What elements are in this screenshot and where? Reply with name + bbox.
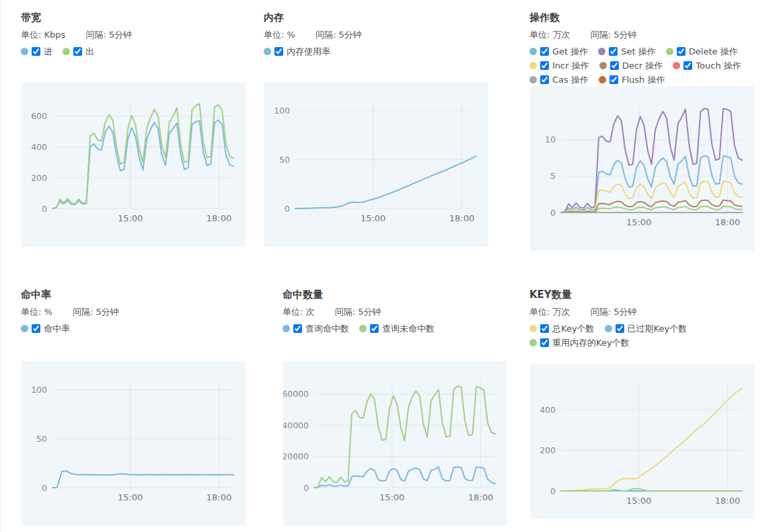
unit-value: Kbps — [44, 30, 66, 40]
unit-label: 单位: — [529, 307, 550, 317]
legend-item: 查询命中数 — [283, 323, 349, 334]
legend-checkbox[interactable] — [540, 47, 549, 56]
legend-item: 查询未命中数 — [359, 323, 435, 334]
svg-text:15:00: 15:00 — [361, 213, 385, 223]
interval-value: 5分钟 — [339, 30, 362, 40]
legend-checkbox[interactable] — [540, 75, 549, 84]
chart-panel: 15:0018:000200004000060000 — [283, 361, 507, 526]
chart-meta: 单位: 次 间隔: 5分钟 — [283, 306, 511, 318]
legend-item: 总Key个数 — [529, 323, 595, 334]
interval-value: 5分钟 — [358, 307, 381, 317]
line-chart[interactable]: 15:0018:00050100 — [264, 82, 488, 247]
unit-label: 单位: — [283, 307, 303, 317]
chart-title: 带宽 — [21, 11, 250, 24]
svg-text:0: 0 — [550, 208, 556, 218]
interval-label: 间隔: — [85, 30, 106, 40]
line-chart[interactable]: 15:0018:000200400600 — [22, 82, 246, 247]
svg-text:50: 50 — [36, 434, 47, 444]
chart-title: 命中数量 — [283, 288, 511, 301]
legend-checkbox[interactable] — [274, 47, 283, 56]
svg-text:18:00: 18:00 — [449, 213, 474, 223]
legend-checkbox[interactable] — [32, 47, 40, 56]
legend-color-dot — [21, 325, 28, 332]
line-chart[interactable]: 15:0018:000200400 — [530, 365, 754, 519]
unit-label: 单位: — [21, 307, 41, 317]
unit-label: 单位: — [264, 30, 284, 40]
interval-value: 5分钟 — [109, 30, 132, 40]
legend-checkbox[interactable] — [609, 75, 618, 84]
legend-checkbox[interactable] — [609, 47, 618, 56]
svg-text:600: 600 — [31, 111, 47, 121]
svg-text:18:00: 18:00 — [715, 496, 740, 506]
legend-item: Get 操作 — [529, 46, 588, 57]
monitor-dashboard: 带宽 单位: Kbps 间隔: 5分钟 进出 15:0018:000200400… — [0, 0, 777, 532]
legend-label: 总Key个数 — [552, 323, 595, 334]
legend-checkbox[interactable] — [540, 61, 549, 70]
legend-label: 内存使用率 — [287, 46, 330, 57]
chart-panel: 15:0018:00050100 — [264, 82, 488, 247]
chart-meta: 单位: % 间隔: 5分钟 — [21, 306, 250, 318]
unit-label: 单位: — [21, 30, 41, 40]
legend-label: 查询未命中数 — [382, 323, 435, 334]
interval-label: 间隔: — [591, 307, 611, 317]
legend-label: Set 操作 — [621, 46, 655, 57]
svg-text:200: 200 — [31, 173, 47, 183]
legend-item: 进 — [21, 46, 52, 57]
legend-checkbox[interactable] — [32, 324, 40, 333]
legend-label: 已过期Key个数 — [628, 323, 688, 334]
chart-meta: 单位: 万次 间隔: 5分钟 — [529, 306, 758, 318]
svg-text:50: 50 — [279, 155, 290, 165]
svg-text:15:00: 15:00 — [118, 492, 143, 502]
svg-text:15:00: 15:00 — [626, 217, 651, 227]
memory-card: 内存 单位: % 间隔: 5分钟 内存使用率 15:0018:00050100 — [264, 11, 492, 57]
legend-item: Set 操作 — [598, 46, 655, 57]
svg-text:60000: 60000 — [283, 389, 309, 399]
legend-checkbox[interactable] — [610, 61, 619, 70]
line-chart[interactable]: 15:0018:000510 — [530, 86, 754, 251]
svg-text:0: 0 — [42, 204, 47, 214]
legend-checkbox[interactable] — [540, 338, 549, 347]
chart-title: 操作数 — [529, 11, 758, 24]
legend-color-dot — [283, 325, 290, 332]
legend-checkbox[interactable] — [677, 47, 686, 56]
svg-text:400: 400 — [31, 142, 47, 152]
interval-value: 5分钟 — [614, 307, 636, 317]
legend-color-dot — [673, 62, 680, 69]
legend-checkbox[interactable] — [293, 324, 302, 333]
unit-value: 次 — [306, 307, 315, 317]
unit-value: 万次 — [553, 30, 570, 40]
legend-color-dot — [63, 48, 70, 55]
legend-item: Touch 操作 — [673, 60, 741, 71]
legend-item: 已过期Key个数 — [605, 323, 688, 334]
chart-panel: 15:0018:000510 — [530, 86, 754, 251]
svg-text:100: 100 — [274, 106, 290, 116]
line-chart[interactable]: 15:0018:000200004000060000 — [283, 361, 507, 526]
legend-color-dot — [529, 48, 537, 55]
svg-text:100: 100 — [31, 385, 47, 395]
legend: 内存使用率 — [264, 46, 492, 57]
key-count-card: KEY数量 单位: 万次 间隔: 5分钟 总Key个数已过期Key个数重用内存的… — [529, 288, 758, 348]
legend-checkbox[interactable] — [540, 324, 549, 333]
svg-text:0: 0 — [550, 486, 556, 496]
legend-checkbox[interactable] — [73, 47, 82, 56]
legend-item: Decr 操作 — [599, 60, 663, 71]
svg-text:18:00: 18:00 — [468, 492, 493, 502]
interval-label: 间隔: — [316, 30, 336, 40]
legend-color-dot — [264, 48, 271, 55]
legend-color-dot — [599, 62, 607, 69]
operations-card: 操作数 单位: 万次 间隔: 5分钟 Get 操作Set 操作Delete 操作… — [529, 11, 758, 85]
legend-checkbox[interactable] — [683, 61, 692, 70]
line-chart[interactable]: 15:0018:00050100 — [22, 361, 246, 526]
legend-checkbox[interactable] — [370, 324, 379, 333]
legend: 进出 — [21, 46, 250, 57]
interval-value: 5分钟 — [614, 30, 636, 40]
legend-color-dot — [529, 76, 537, 83]
chart-meta: 单位: Kbps 间隔: 5分钟 — [21, 29, 250, 41]
legend-checkbox[interactable] — [616, 324, 624, 333]
svg-text:18:00: 18:00 — [207, 492, 231, 502]
legend-label: Flush 操作 — [622, 74, 665, 85]
chart-meta: 单位: % 间隔: 5分钟 — [264, 29, 492, 41]
legend-color-dot — [21, 48, 28, 55]
legend-label: Decr 操作 — [622, 60, 663, 71]
legend-item: 命中率 — [21, 323, 70, 334]
